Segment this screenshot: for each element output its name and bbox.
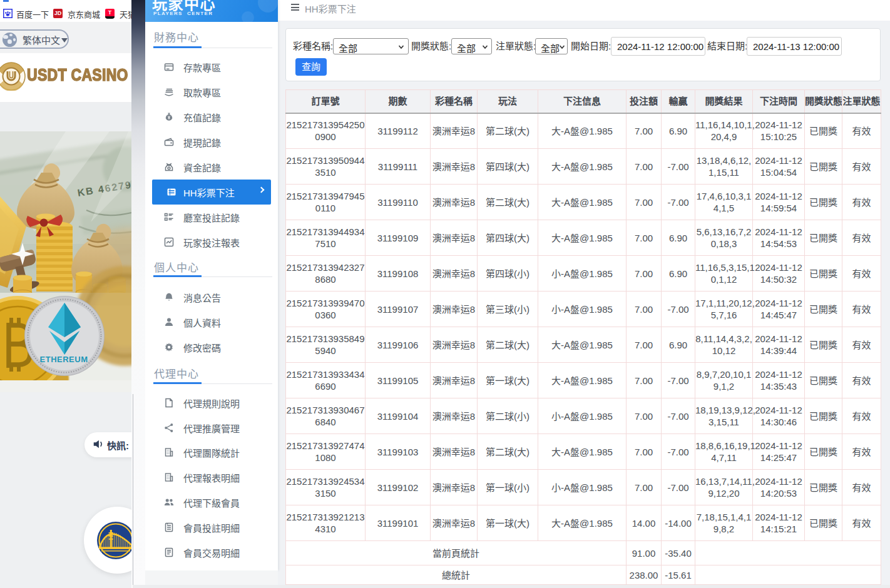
svg-text:ETHEREUM: ETHEREUM — [40, 355, 88, 364]
